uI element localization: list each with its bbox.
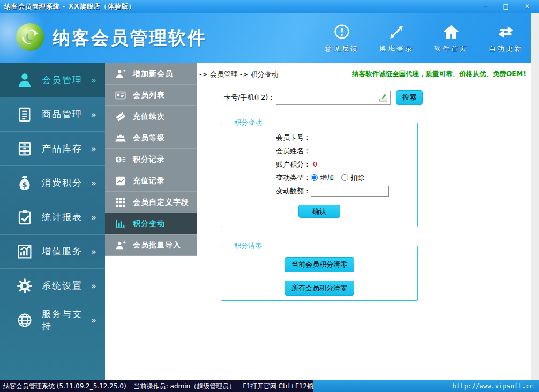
submenu-item-batch-import[interactable]: 会员批量导入: [105, 235, 197, 256]
custom-fields-icon: [114, 197, 128, 208]
card-phone-input[interactable]: [278, 92, 377, 103]
recharge-record-icon: [114, 175, 128, 187]
auto-update-button[interactable]: 自动更新: [485, 23, 526, 54]
submenu-item-member-level[interactable]: 会员等级: [105, 127, 197, 149]
report-icon: [14, 209, 35, 226]
sidebar-item-label: 产品库存: [42, 142, 91, 155]
account-points-row: 账户积分： 0: [276, 157, 412, 171]
sidebar-item-member-management[interactable]: 会员管理 »: [0, 63, 105, 97]
search-button[interactable]: 搜索: [396, 90, 423, 105]
promo-text: 纳客软件诚征全国代理，质量可靠、价格从优、免费OEM!: [352, 67, 526, 79]
settings-gear-icon: [14, 277, 35, 295]
sidebar-item-label: 商品管理: [42, 108, 91, 120]
shift-login-button[interactable]: 换班登录: [376, 23, 417, 54]
sidebar-item-label: 增值服务: [42, 245, 91, 258]
member-level-icon: [114, 132, 128, 144]
maximize-button[interactable]: □: [501, 3, 510, 10]
header-actions: 意见反馈 换班登录: [321, 23, 526, 54]
search-label: 卡号/手机(F2)：: [224, 93, 275, 102]
clear-current-member-points-button[interactable]: 当前会员积分清零: [285, 257, 354, 272]
member-card-label: 会员卡号：: [276, 133, 311, 142]
svg-text:$: $: [22, 181, 27, 189]
add-member-icon: [114, 68, 128, 80]
clear-all-member-points-button[interactable]: 所有会员积分清零: [285, 281, 354, 296]
sidebar-item-statistics-report[interactable]: 统计报表 »: [0, 200, 105, 235]
auto-update-icon: [497, 23, 515, 41]
minimize-button[interactable]: ─: [480, 3, 489, 10]
submenu-item-label: 充值记录: [133, 176, 165, 186]
window-title: 纳客会员管理系统 - XX旗舰店（体验版）: [4, 2, 136, 11]
hotkeys-hint-text: F1打开官网 Ctrl+F12锁屏: [243, 382, 313, 391]
sidebar-item-label: 系统设置: [42, 280, 91, 292]
batch-import-icon: [114, 239, 128, 251]
points-change-fieldset: 积分变动 会员卡号： 会员姓名： 账户积分： 0 变动类型：: [221, 118, 418, 227]
increase-radio[interactable]: [311, 174, 318, 181]
confirm-button[interactable]: 确认: [298, 205, 340, 218]
feedback-label: 意见反馈: [325, 44, 359, 54]
home-label: 软件首页: [434, 44, 468, 54]
submenu-item-label: 会员列表: [133, 91, 165, 100]
sidebar: 会员管理 » 商品管理 »: [0, 63, 105, 380]
submenu-item-custom-fields[interactable]: 会员自定义字段: [105, 192, 197, 213]
breadcrumb: -> 会员管理 -> 积分变动: [199, 67, 279, 79]
submenu-item-recharge-record[interactable]: 充值记录: [105, 170, 197, 192]
sidebar-item-value-services[interactable]: 增值服务 »: [0, 235, 105, 269]
main-area: 会员管理 » 商品管理 »: [0, 63, 531, 380]
sidebar-item-label: 会员管理: [42, 74, 91, 86]
submenu: 增加新会员 会员列表: [105, 63, 197, 380]
member-card-row: 会员卡号：: [276, 131, 412, 144]
close-button[interactable]: ✕: [523, 3, 531, 10]
search-row: 卡号/手机(F2)： 搜索: [224, 90, 526, 105]
submenu-item-points-change[interactable]: 积分变动: [105, 213, 197, 235]
goods-icon: [14, 106, 35, 123]
app-version-text: 纳客会员管理系统 (5.11.09.2_5.12.25.0): [3, 382, 126, 391]
points-record-icon: $: [114, 154, 128, 165]
change-amount-input[interactable]: [311, 186, 389, 197]
feedback-icon: [333, 23, 351, 41]
sidebar-item-product-inventory[interactable]: 产品库存 »: [0, 132, 105, 166]
submenu-item-label: 会员等级: [133, 133, 165, 143]
feedback-button[interactable]: 意见反馈: [321, 23, 362, 54]
chevron-right-icon: »: [91, 212, 96, 223]
svg-text:$: $: [117, 156, 120, 162]
home-button[interactable]: 软件首页: [431, 23, 471, 54]
deduct-radio[interactable]: [341, 174, 348, 181]
points-clear-fieldset: 积分清零 当前会员积分清零 所有会员积分清零: [221, 241, 418, 301]
sidebar-item-system-settings[interactable]: 系统设置 »: [0, 269, 105, 303]
statusbar-left: 纳客会员管理系统 (5.11.09.2_5.12.25.0) 当前操作员: ad…: [0, 380, 313, 392]
brand: 纳客会员管理软件: [15, 22, 207, 54]
app-title: 纳客会员管理软件: [53, 26, 207, 50]
support-globe-icon: [14, 312, 35, 329]
submenu-item-points-record[interactable]: $ 积分记录: [105, 149, 197, 170]
submenu-item-label: 增加新会员: [133, 69, 173, 79]
sidebar-item-goods-management[interactable]: 商品管理 »: [0, 97, 105, 132]
chevron-right-icon: »: [91, 178, 96, 189]
submenu-item-recharge[interactable]: 充值续次: [105, 106, 197, 127]
submenu-item-add-member[interactable]: 增加新会员: [105, 63, 197, 85]
sidebar-item-label: 服务与支持: [42, 308, 91, 333]
sidebar-item-service-support[interactable]: 服务与支持 »: [0, 303, 105, 337]
value-service-icon: [14, 243, 35, 260]
change-amount-label: 变动数额：: [276, 186, 311, 196]
home-icon: [442, 23, 460, 41]
sidebar-item-consume-points[interactable]: $ 消费积分 »: [0, 166, 105, 200]
deduct-radio-label[interactable]: 扣除: [350, 173, 364, 183]
app-logo-icon: [15, 22, 45, 54]
account-points-value: 0: [313, 160, 317, 168]
statusbar: 纳客会员管理系统 (5.11.09.2_5.12.25.0) 当前操作员: ad…: [0, 380, 539, 392]
current-operator-text: 当前操作员: admin（超级管理员）: [134, 382, 235, 391]
shift-login-label: 换班登录: [379, 44, 414, 54]
member-name-row: 会员姓名：: [276, 144, 412, 157]
submenu-item-member-list[interactable]: 会员列表: [105, 85, 197, 106]
change-type-label: 变动类型：: [276, 173, 311, 183]
app-window: 纳客会员管理系统 - XX旗舰店（体验版） ─ □ ✕: [0, 0, 539, 392]
points-change-legend: 积分变动: [231, 118, 265, 127]
increase-radio-label[interactable]: 增加: [320, 173, 334, 183]
sidebar-item-label: 消费积分: [42, 177, 91, 189]
window-controls: ─ □ ✕: [480, 0, 531, 13]
member-name-label: 会员姓名：: [276, 146, 311, 156]
submenu-item-label: 积分变动: [133, 219, 165, 229]
soft-keyboard-icon[interactable]: [379, 93, 388, 104]
account-points-label: 账户积分：: [276, 160, 311, 169]
website-url[interactable]: http://www.vipsoft.cc: [452, 382, 534, 390]
